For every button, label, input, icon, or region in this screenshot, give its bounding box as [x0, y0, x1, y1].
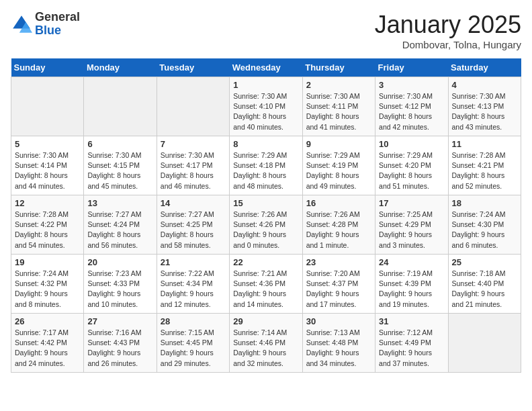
cell-content: Sunrise: 7:29 AM Sunset: 4:18 PM Dayligh…	[233, 150, 298, 191]
cell-content: Sunrise: 7:13 AM Sunset: 4:48 PM Dayligh…	[306, 328, 371, 369]
day-header-sunday: Sunday	[11, 58, 84, 77]
day-number: 4	[452, 80, 517, 90]
calendar-cell: 9Sunrise: 7:29 AM Sunset: 4:19 PM Daylig…	[302, 136, 375, 195]
cell-content: Sunrise: 7:24 AM Sunset: 4:30 PM Dayligh…	[452, 210, 517, 250]
day-number: 1	[233, 80, 298, 90]
day-number: 24	[379, 257, 444, 267]
cell-content: Sunrise: 7:30 AM Sunset: 4:11 PM Dayligh…	[306, 91, 371, 132]
cell-content: Sunrise: 7:14 AM Sunset: 4:46 PM Dayligh…	[233, 328, 298, 369]
day-number: 18	[452, 198, 517, 208]
calendar-cell: 19Sunrise: 7:24 AM Sunset: 4:32 PM Dayli…	[11, 255, 84, 314]
calendar-cell: 23Sunrise: 7:20 AM Sunset: 4:37 PM Dayli…	[302, 255, 375, 314]
cell-content: Sunrise: 7:28 AM Sunset: 4:21 PM Dayligh…	[452, 150, 517, 191]
calendar-cell: 11Sunrise: 7:28 AM Sunset: 4:21 PM Dayli…	[448, 136, 521, 195]
day-number: 30	[306, 316, 371, 326]
day-number: 19	[15, 257, 80, 267]
cell-content: Sunrise: 7:28 AM Sunset: 4:22 PM Dayligh…	[15, 210, 80, 250]
location: Dombovar, Tolna, Hungary	[375, 39, 521, 50]
cell-content: Sunrise: 7:26 AM Sunset: 4:26 PM Dayligh…	[233, 210, 298, 250]
calendar-cell: 14Sunrise: 7:27 AM Sunset: 4:25 PM Dayli…	[157, 195, 229, 255]
day-number: 2	[306, 80, 371, 90]
calendar-cell	[448, 314, 521, 373]
calendar-week-row: 1Sunrise: 7:30 AM Sunset: 4:10 PM Daylig…	[11, 77, 521, 136]
calendar-cell: 20Sunrise: 7:23 AM Sunset: 4:33 PM Dayli…	[84, 255, 157, 314]
calendar-cell: 3Sunrise: 7:30 AM Sunset: 4:12 PM Daylig…	[375, 77, 448, 136]
day-number: 27	[87, 316, 152, 326]
calendar-cell: 12Sunrise: 7:28 AM Sunset: 4:22 PM Dayli…	[11, 195, 84, 255]
page-header: General Blue January 2025 Dombovar, Toln…	[11, 11, 521, 50]
day-number: 25	[452, 257, 517, 267]
calendar-week-row: 5Sunrise: 7:30 AM Sunset: 4:14 PM Daylig…	[11, 136, 521, 195]
day-header-monday: Monday	[84, 58, 157, 77]
day-number: 20	[87, 257, 152, 267]
day-number: 22	[233, 257, 298, 267]
day-number: 17	[379, 198, 444, 208]
calendar-cell: 15Sunrise: 7:26 AM Sunset: 4:26 PM Dayli…	[230, 195, 302, 255]
day-number: 15	[233, 198, 298, 208]
day-number: 21	[161, 257, 226, 267]
cell-content: Sunrise: 7:30 AM Sunset: 4:12 PM Dayligh…	[379, 91, 444, 132]
logo-text: General Blue	[35, 11, 80, 38]
day-number: 5	[15, 139, 80, 149]
calendar-cell: 30Sunrise: 7:13 AM Sunset: 4:48 PM Dayli…	[302, 314, 375, 373]
day-number: 11	[452, 139, 517, 149]
day-header-saturday: Saturday	[448, 58, 521, 77]
calendar-cell: 18Sunrise: 7:24 AM Sunset: 4:30 PM Dayli…	[448, 195, 521, 255]
calendar-cell	[11, 77, 84, 136]
calendar-week-row: 26Sunrise: 7:17 AM Sunset: 4:42 PM Dayli…	[11, 314, 521, 373]
calendar-cell: 10Sunrise: 7:29 AM Sunset: 4:20 PM Dayli…	[375, 136, 448, 195]
cell-content: Sunrise: 7:27 AM Sunset: 4:24 PM Dayligh…	[87, 210, 152, 250]
calendar-cell: 7Sunrise: 7:30 AM Sunset: 4:17 PM Daylig…	[157, 136, 229, 195]
cell-content: Sunrise: 7:16 AM Sunset: 4:43 PM Dayligh…	[87, 328, 152, 369]
cell-content: Sunrise: 7:18 AM Sunset: 4:40 PM Dayligh…	[452, 269, 517, 310]
day-number: 23	[306, 257, 371, 267]
calendar-cell: 1Sunrise: 7:30 AM Sunset: 4:10 PM Daylig…	[230, 77, 302, 136]
day-header-tuesday: Tuesday	[157, 58, 229, 77]
calendar-cell: 2Sunrise: 7:30 AM Sunset: 4:11 PM Daylig…	[302, 77, 375, 136]
calendar-cell: 6Sunrise: 7:30 AM Sunset: 4:15 PM Daylig…	[84, 136, 157, 195]
calendar-cell: 4Sunrise: 7:30 AM Sunset: 4:13 PM Daylig…	[448, 77, 521, 136]
day-number: 9	[306, 139, 371, 149]
day-number: 13	[87, 198, 152, 208]
day-number: 26	[15, 316, 80, 326]
cell-content: Sunrise: 7:23 AM Sunset: 4:33 PM Dayligh…	[87, 269, 152, 310]
cell-content: Sunrise: 7:30 AM Sunset: 4:10 PM Dayligh…	[233, 91, 298, 132]
cell-content: Sunrise: 7:22 AM Sunset: 4:34 PM Dayligh…	[161, 269, 226, 310]
day-number: 28	[161, 316, 226, 326]
day-number: 7	[161, 139, 226, 149]
day-number: 16	[306, 198, 371, 208]
calendar-cell	[84, 77, 157, 136]
calendar-cell: 8Sunrise: 7:29 AM Sunset: 4:18 PM Daylig…	[230, 136, 302, 195]
calendar-cell: 26Sunrise: 7:17 AM Sunset: 4:42 PM Dayli…	[11, 314, 84, 373]
logo-icon	[11, 13, 32, 35]
cell-content: Sunrise: 7:12 AM Sunset: 4:49 PM Dayligh…	[379, 328, 444, 369]
calendar-cell: 27Sunrise: 7:16 AM Sunset: 4:43 PM Dayli…	[84, 314, 157, 373]
cell-content: Sunrise: 7:26 AM Sunset: 4:28 PM Dayligh…	[306, 210, 371, 250]
cell-content: Sunrise: 7:24 AM Sunset: 4:32 PM Dayligh…	[15, 269, 80, 310]
cell-content: Sunrise: 7:29 AM Sunset: 4:20 PM Dayligh…	[379, 150, 444, 191]
day-number: 10	[379, 139, 444, 149]
day-number: 3	[379, 80, 444, 90]
calendar-cell: 28Sunrise: 7:15 AM Sunset: 4:45 PM Dayli…	[157, 314, 229, 373]
cell-content: Sunrise: 7:25 AM Sunset: 4:29 PM Dayligh…	[379, 210, 444, 250]
calendar-cell: 5Sunrise: 7:30 AM Sunset: 4:14 PM Daylig…	[11, 136, 84, 195]
cell-content: Sunrise: 7:30 AM Sunset: 4:15 PM Dayligh…	[87, 150, 152, 191]
calendar-cell: 17Sunrise: 7:25 AM Sunset: 4:29 PM Dayli…	[375, 195, 448, 255]
calendar-cell: 29Sunrise: 7:14 AM Sunset: 4:46 PM Dayli…	[230, 314, 302, 373]
day-number: 6	[87, 139, 152, 149]
cell-content: Sunrise: 7:30 AM Sunset: 4:13 PM Dayligh…	[452, 91, 517, 132]
day-number: 31	[379, 316, 444, 326]
day-number: 12	[15, 198, 80, 208]
cell-content: Sunrise: 7:21 AM Sunset: 4:36 PM Dayligh…	[233, 269, 298, 310]
calendar-cell: 16Sunrise: 7:26 AM Sunset: 4:28 PM Dayli…	[302, 195, 375, 255]
calendar-cell: 24Sunrise: 7:19 AM Sunset: 4:39 PM Dayli…	[375, 255, 448, 314]
calendar-week-row: 12Sunrise: 7:28 AM Sunset: 4:22 PM Dayli…	[11, 195, 521, 255]
title-block: January 2025 Dombovar, Tolna, Hungary	[375, 11, 521, 50]
cell-content: Sunrise: 7:20 AM Sunset: 4:37 PM Dayligh…	[306, 269, 371, 310]
day-header-friday: Friday	[375, 58, 448, 77]
logo-blue: Blue	[35, 24, 80, 38]
day-number: 29	[233, 316, 298, 326]
month-title: January 2025	[375, 11, 521, 39]
calendar-week-row: 19Sunrise: 7:24 AM Sunset: 4:32 PM Dayli…	[11, 255, 521, 314]
calendar-cell: 25Sunrise: 7:18 AM Sunset: 4:40 PM Dayli…	[448, 255, 521, 314]
